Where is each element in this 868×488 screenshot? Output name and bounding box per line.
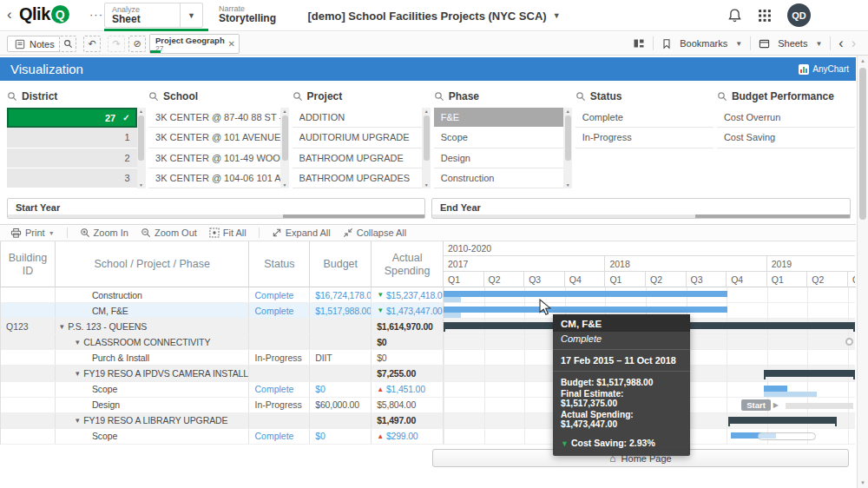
filter-header[interactable]: Status bbox=[575, 85, 714, 108]
sheet-overview-icon[interactable] bbox=[633, 37, 645, 49]
gantt-table-row[interactable]: ▾FY19 RESO A LIBRARY UPGRADE$1,497.00 bbox=[1, 413, 444, 429]
gantt-bar-empty[interactable] bbox=[786, 403, 853, 409]
close-icon[interactable]: ✕ bbox=[228, 39, 235, 49]
gantt-table-row[interactable]: CM, F&EComplete$1,517,988.00▼$1,473,447.… bbox=[1, 303, 444, 319]
collapse-caret-icon[interactable]: ▾ bbox=[76, 338, 79, 346]
gantt-table-row[interactable]: ConstructionComplete$16,724,178.00▼$15,2… bbox=[1, 287, 444, 303]
filter-value[interactable]: 3K CENTER @ 104-06 101 AV... bbox=[148, 168, 280, 188]
step-forward-icon[interactable]: ↷ bbox=[108, 36, 125, 52]
analyze-sheet-dropdown[interactable]: Analyze Sheet ▼ bbox=[104, 3, 203, 28]
gantt-bar-actual[interactable] bbox=[764, 386, 787, 392]
next-sheet-chevron[interactable]: › bbox=[852, 36, 856, 50]
filter-header[interactable]: Phase bbox=[434, 85, 573, 108]
scrollbar-thumb[interactable] bbox=[565, 115, 571, 161]
filter-value[interactable]: Complete bbox=[575, 108, 714, 128]
filter-value[interactable]: BATHROOM UPGRADES bbox=[293, 168, 423, 188]
horizontal-scrollbar[interactable] bbox=[432, 214, 850, 218]
filter-value[interactable]: Construction bbox=[434, 168, 564, 188]
gantt-bar-actual[interactable] bbox=[444, 307, 727, 313]
filter-value[interactable]: AUDITORIUM UPGRADE bbox=[293, 128, 423, 148]
user-avatar[interactable]: QD bbox=[787, 3, 811, 27]
gantt-bar-pill[interactable] bbox=[758, 432, 817, 440]
fit-all-button[interactable]: Fit All bbox=[209, 228, 247, 238]
gantt-bar-group[interactable] bbox=[764, 370, 855, 377]
step-back-icon[interactable]: ↶ bbox=[83, 36, 101, 52]
filter-value[interactable]: 2 bbox=[7, 148, 137, 168]
filter-value[interactable]: ADDITION bbox=[293, 108, 423, 128]
filter-value[interactable]: 1 bbox=[7, 128, 137, 148]
gantt-table-row[interactable]: ScopeComplete$0▲$299.00 bbox=[1, 429, 444, 445]
smart-search-icon[interactable] bbox=[59, 36, 76, 52]
qlik-logo[interactable]: Qlik Q bbox=[19, 4, 69, 24]
filter-header[interactable]: District bbox=[7, 85, 146, 108]
gantt-table-row[interactable]: ▾FY19 RESO A IPDVS CAMERA INSTALLATION$7… bbox=[1, 366, 444, 381]
collapse-caret-icon[interactable]: ▾ bbox=[60, 322, 63, 331]
notes-button[interactable]: Notes bbox=[7, 36, 62, 52]
gantt-bar-baseline[interactable] bbox=[764, 392, 818, 397]
filter-header[interactable]: Project bbox=[293, 85, 431, 108]
filter-header[interactable]: Budget Performance bbox=[717, 85, 856, 108]
expand-all-button[interactable]: Expand All bbox=[272, 228, 331, 238]
gantt-table-row[interactable]: Purch & InstallIn-ProgressDIIT$0 bbox=[1, 350, 444, 366]
gantt-bar-group[interactable] bbox=[728, 417, 836, 424]
sheets-button[interactable]: Sheets bbox=[778, 38, 807, 49]
filter-value[interactable]: Cost Overrun bbox=[717, 108, 856, 128]
listbox-scrollbar[interactable]: ▲▼ bbox=[422, 108, 431, 188]
filter-value[interactable]: Design bbox=[434, 148, 564, 168]
scrollbar-thumb[interactable] bbox=[859, 68, 866, 220]
start-year-filter[interactable]: Start Year bbox=[7, 198, 425, 219]
filter-value[interactable]: 27✓ bbox=[7, 108, 137, 128]
collapse-all-button[interactable]: Collapse All bbox=[343, 228, 406, 238]
listbox-scrollbar[interactable]: ▲▼ bbox=[563, 108, 572, 188]
horizontal-scrollbar[interactable] bbox=[8, 214, 424, 218]
bookmarks-button[interactable]: Bookmarks bbox=[680, 38, 727, 49]
scrollbar-thumb[interactable] bbox=[282, 115, 288, 161]
scrollbar-thumb[interactable] bbox=[138, 115, 144, 161]
collapse-caret-icon[interactable]: ▾ bbox=[76, 416, 79, 425]
gantt-table-row[interactable]: Q123▾P.S. 123 - QUEENS$1,614,970.00 bbox=[1, 319, 444, 334]
gantt-bar-baseline[interactable] bbox=[444, 297, 461, 302]
zoom-in-button[interactable]: Zoom In bbox=[80, 228, 128, 238]
filter-value[interactable]: Scope bbox=[434, 128, 564, 148]
overflow-menu-icon[interactable]: ··· bbox=[89, 8, 103, 21]
selection-progress bbox=[150, 50, 161, 53]
previous-sheet-chevron[interactable]: ‹ bbox=[838, 36, 843, 50]
scrollbar-thumb[interactable] bbox=[424, 115, 430, 161]
gantt-table-row[interactable]: ▾CLASSROOM CONNECTIVITY$0 bbox=[1, 334, 444, 350]
gantt-bar-milestone[interactable] bbox=[845, 338, 853, 346]
filter-value[interactable]: In-Progress bbox=[575, 128, 714, 148]
filter-value[interactable]: 3K CENTER @ 101-49 WOOD... bbox=[148, 148, 280, 168]
selection-chip[interactable]: Project Geographic D... 27 ✕ bbox=[149, 34, 240, 54]
filter-value[interactable]: 3K CENTER @ 87-40 88 ST - Q bbox=[148, 108, 280, 128]
collapse-caret-icon[interactable]: ▾ bbox=[76, 369, 79, 378]
filter-value[interactable]: Cost Saving bbox=[717, 128, 856, 148]
filter-value[interactable]: BATHROOM UPGRADE bbox=[293, 148, 423, 168]
filter-value[interactable]: F&E bbox=[434, 108, 564, 128]
bookmark-icon[interactable] bbox=[661, 38, 672, 49]
gantt-bar-baseline[interactable] bbox=[444, 313, 461, 318]
end-year-filter[interactable]: End Year bbox=[431, 198, 851, 219]
listbox-scrollbar[interactable]: ▲▼ bbox=[137, 108, 146, 188]
scroll-up-arrow[interactable]: ▲ bbox=[858, 58, 868, 63]
gantt-table-row[interactable]: ScopeComplete$0▲$1,451.00 bbox=[1, 382, 444, 398]
scroll-down-arrow[interactable]: ▼ bbox=[858, 480, 868, 485]
filter-value[interactable]: 3K CENTER @ 101 AVENUE - ... bbox=[148, 128, 280, 148]
sheets-icon[interactable] bbox=[759, 38, 770, 49]
notifications-bell-icon[interactable] bbox=[727, 8, 742, 23]
filter-header[interactable]: School bbox=[148, 85, 289, 108]
back-chevron-icon[interactable]: ‹ bbox=[7, 6, 12, 23]
chevron-down-icon[interactable]: ▼ bbox=[180, 3, 202, 27]
gantt-bar-actual[interactable] bbox=[444, 291, 727, 297]
gantt-bar-start-label[interactable]: Start▶ bbox=[741, 399, 779, 411]
listbox-scrollbar[interactable]: ▲▼ bbox=[280, 108, 289, 188]
gantt-table-row[interactable]: DesignIn-Progress$60,000.00$5,804.00 bbox=[1, 398, 444, 413]
listbox: CompleteIn-Progress bbox=[575, 108, 714, 188]
filter-value[interactable]: 3 bbox=[7, 168, 137, 188]
narrate-storytelling-tab[interactable]: Narrate Storytelling bbox=[219, 4, 276, 24]
app-launcher-grid-icon[interactable] bbox=[758, 9, 772, 23]
search-icon bbox=[293, 91, 303, 102]
vertical-scrollbar[interactable]: ▲ ▼ bbox=[857, 56, 868, 488]
clear-selections-icon[interactable]: ⊘ bbox=[128, 36, 146, 52]
print-button[interactable]: Print▼ bbox=[10, 228, 55, 239]
zoom-out-button[interactable]: Zoom Out bbox=[141, 228, 197, 238]
